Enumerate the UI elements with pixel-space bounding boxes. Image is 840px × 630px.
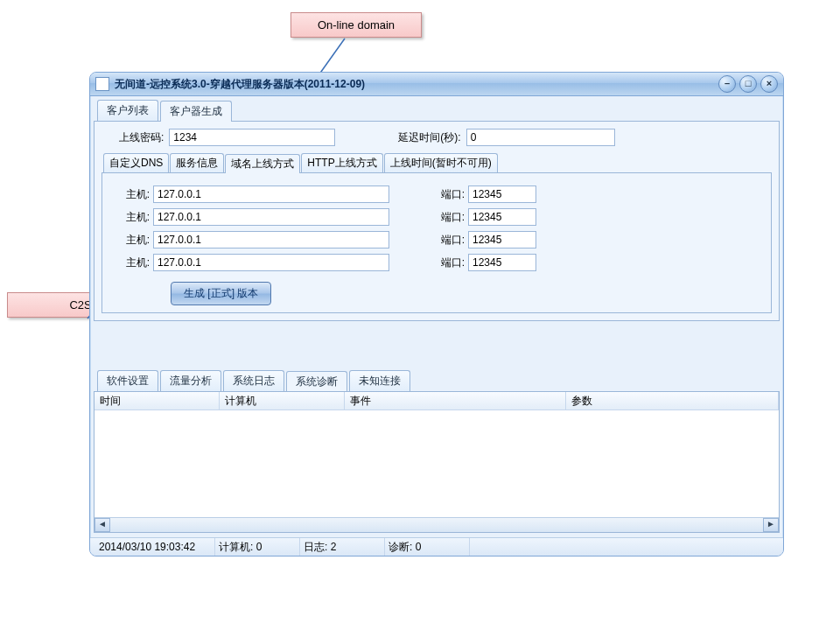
col-computer[interactable]: 计算机 [220, 392, 345, 410]
delay-input[interactable] [466, 129, 615, 146]
close-button[interactable]: × [760, 75, 778, 93]
generate-button[interactable]: 生成 [正式] 版本 [171, 282, 271, 305]
tab-unknown-conn[interactable]: 未知连接 [349, 370, 410, 391]
port-input-1[interactable] [468, 186, 536, 203]
titlebar: 无间道-远控系统3.0-穿越代理服务器版本(2011-12-09) – □ × [90, 73, 783, 96]
client-gen-panel: 上线密码: 延迟时间(秒): 自定义DNS 服务信息 域名上线方式 HTTP上线… [94, 121, 780, 321]
host-input-2[interactable] [153, 208, 389, 226]
port-input-4[interactable] [468, 254, 536, 271]
sub-tabbar: 自定义DNS 服务信息 域名上线方式 HTTP上线方式 上线时间(暂时不可用) [102, 153, 772, 172]
port-input-2[interactable] [468, 208, 536, 226]
status-bar: 2014/03/10 19:03:42 计算机: 0 日志: 2 诊断: 0 [90, 537, 783, 556]
host-input-1[interactable] [153, 186, 389, 203]
status-datetime: 2014/03/10 19:03:42 [95, 538, 215, 556]
listview-header: 时间 计算机 事件 参数 [94, 392, 779, 410]
subtab-service-info[interactable]: 服务信息 [170, 153, 224, 172]
port-label: 端口: [433, 233, 468, 248]
callout-label: On-line domain [318, 18, 395, 32]
subtab-domain-online[interactable]: 域名上线方式 [225, 154, 300, 173]
col-event[interactable]: 事件 [345, 392, 566, 410]
host-label: 主机: [118, 210, 153, 225]
port-label: 端口: [433, 210, 468, 225]
status-diag: 诊断: 0 [385, 538, 470, 556]
log-listview[interactable]: 时间 计算机 事件 参数 ◄ ► [94, 391, 780, 533]
tab-syslog[interactable]: 系统日志 [223, 370, 284, 391]
bottom-tabbar: 软件设置 流量分析 系统日志 系统诊断 未知连接 [94, 370, 780, 391]
domain-online-panel: 主机: 端口: 主机: 端口: 主机: 端口: 主机: [102, 172, 772, 313]
callout-online-domain: On-line domain [290, 12, 422, 38]
host-label: 主机: [118, 256, 153, 270]
window-title: 无间道-远控系统3.0-穿越代理服务器版本(2011-12-09) [115, 77, 365, 92]
col-time[interactable]: 时间 [94, 392, 220, 410]
host-input-4[interactable] [153, 254, 389, 271]
tab-soft-setting[interactable]: 软件设置 [97, 370, 158, 391]
top-tabbar: 客户列表 客户器生成 [94, 100, 780, 121]
col-params[interactable]: 参数 [566, 392, 779, 410]
port-label: 端口: [433, 256, 468, 270]
minimize-button[interactable]: – [718, 75, 736, 93]
app-window: 无间道-远控系统3.0-穿越代理服务器版本(2011-12-09) – □ × … [89, 72, 784, 556]
scroll-left-icon[interactable]: ◄ [94, 518, 110, 532]
port-input-3[interactable] [468, 231, 536, 248]
tab-sysdiag[interactable]: 系统诊断 [286, 371, 347, 392]
subtab-custom-dns[interactable]: 自定义DNS [103, 153, 169, 172]
host-label: 主机: [118, 187, 153, 202]
tab-client-list[interactable]: 客户列表 [97, 100, 158, 121]
password-input[interactable] [169, 129, 335, 146]
maximize-button[interactable]: □ [739, 75, 757, 93]
host-label: 主机: [118, 233, 153, 248]
tab-traffic[interactable]: 流量分析 [160, 370, 221, 391]
subtab-http-online[interactable]: HTTP上线方式 [301, 153, 382, 172]
scroll-right-icon[interactable]: ► [763, 518, 779, 532]
host-input-3[interactable] [153, 231, 389, 248]
delay-label: 延迟时间(秒): [398, 130, 460, 145]
tab-client-gen[interactable]: 客户器生成 [160, 101, 232, 122]
horizontal-scrollbar[interactable]: ◄ ► [94, 517, 779, 532]
status-logs: 日志: 2 [300, 538, 385, 556]
port-label: 端口: [433, 187, 468, 202]
password-label: 上线密码: [119, 130, 164, 145]
app-icon [95, 77, 109, 91]
status-computers: 计算机: 0 [215, 538, 300, 556]
subtab-online-time[interactable]: 上线时间(暂时不可用) [384, 153, 498, 172]
